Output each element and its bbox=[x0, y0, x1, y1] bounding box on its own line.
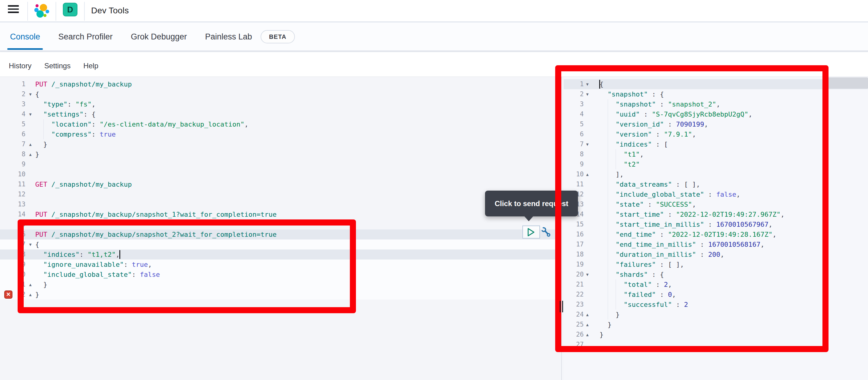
fold-gutter bbox=[584, 290, 599, 299]
code-line[interactable]: 15 bbox=[0, 219, 561, 229]
code-line[interactable]: 9 bbox=[0, 159, 561, 169]
code-line[interactable]: 16 "end_time" : "2022-12-02T19:49:28.167… bbox=[564, 229, 868, 240]
code-line[interactable]: 3 "type": "fs", bbox=[0, 99, 561, 109]
code-line[interactable]: 25▴ } bbox=[564, 320, 868, 329]
app-header: D Dev Tools bbox=[0, 0, 868, 22]
code-line[interactable]: 20▾ "shards" : { bbox=[564, 270, 868, 280]
code-line[interactable]: 19 "ignore_unavailable": true, bbox=[0, 259, 561, 270]
code-line[interactable]: 10 bbox=[0, 169, 561, 179]
code-line[interactable]: 17▾{ bbox=[0, 240, 561, 250]
response-editor[interactable]: 1▾{2▾ "snapshot" : {3 "snapshot" : "snap… bbox=[564, 77, 868, 380]
token-punc: : bbox=[696, 241, 708, 248]
code-line[interactable]: 24▴ } bbox=[564, 310, 868, 320]
error-icon[interactable]: ✕ bbox=[4, 290, 12, 299]
code-line[interactable]: 2▾ "snapshot" : { bbox=[564, 89, 868, 99]
fold-arrow-icon[interactable]: ▾ bbox=[584, 139, 599, 149]
request-editor[interactable]: 1PUT /_snapshot/my_backup2▾{3 "type": "f… bbox=[0, 77, 561, 380]
fold-arrow-icon[interactable]: ▴ bbox=[584, 329, 599, 340]
token-str: "2022-12-02T19:49:27.967Z" bbox=[676, 211, 780, 218]
fold-arrow-icon[interactable]: ▾ bbox=[26, 89, 35, 99]
fold-arrow-icon[interactable]: ▴ bbox=[584, 320, 599, 329]
code-line[interactable]: 9 "t2" bbox=[564, 159, 868, 169]
code-line[interactable]: 19 "failures" : [ ], bbox=[564, 259, 868, 270]
elastic-logo-icon[interactable] bbox=[34, 3, 50, 19]
fold-arrow-icon[interactable]: ▴ bbox=[584, 169, 599, 179]
code-line[interactable]: 23 "successful" : 2 bbox=[564, 299, 868, 310]
code-line[interactable]: 26▴} bbox=[564, 329, 868, 340]
code-line[interactable]: 8 "t1", bbox=[564, 149, 868, 159]
menu-item-settings[interactable]: Settings bbox=[44, 62, 71, 70]
code-line[interactable]: 5 "version_id" : 7090199, bbox=[564, 119, 868, 129]
horizontal-scrollbar-thumb[interactable] bbox=[824, 77, 868, 89]
code-line[interactable]: 6 "version" : "7.9.1", bbox=[564, 129, 868, 139]
code-text: } bbox=[35, 280, 561, 290]
code-line[interactable]: 15 "start_time_in_millis" : 167001056796… bbox=[564, 219, 868, 229]
code-line[interactable]: 13 "state" : "SUCCESS", bbox=[564, 199, 868, 210]
tab-grok-debugger[interactable]: Grok Debugger bbox=[131, 23, 187, 51]
token-punc: } bbox=[599, 321, 612, 328]
code-line[interactable]: 13 bbox=[0, 199, 561, 210]
fold-arrow-icon[interactable]: ▾ bbox=[584, 89, 599, 99]
code-line[interactable]: 14 "start_time" : "2022-12-02T19:49:27.9… bbox=[564, 210, 868, 219]
code-line[interactable]: 1▾{ bbox=[564, 79, 868, 89]
code-line[interactable]: 3 "snapshot" : "snapshot_2", bbox=[564, 99, 868, 109]
code-line[interactable]: 2▾{ bbox=[0, 89, 561, 99]
fold-arrow-icon[interactable]: ▾ bbox=[584, 79, 599, 89]
code-line[interactable]: 22▴}✕ bbox=[0, 290, 561, 299]
fold-arrow-icon[interactable]: ▴ bbox=[584, 310, 599, 320]
code-line[interactable]: 21 "total" : 2, bbox=[564, 280, 868, 290]
fold-arrow-icon[interactable]: ▴ bbox=[26, 280, 35, 290]
code-line[interactable]: 8▴} bbox=[0, 149, 561, 159]
code-line[interactable]: 7▴ } bbox=[0, 139, 561, 149]
panel-splitter[interactable] bbox=[561, 77, 562, 380]
token-key: "failed" bbox=[599, 291, 656, 298]
token-punc: } bbox=[35, 291, 39, 298]
code-line[interactable]: 14PUT /_snapshot/my_backup/snapshot_1?wa… bbox=[0, 210, 561, 219]
code-line[interactable]: 5 "location": "/es-client-data/my_backup… bbox=[0, 119, 561, 129]
code-line[interactable]: 27 bbox=[564, 340, 868, 350]
fold-arrow-icon[interactable]: ▾ bbox=[584, 270, 599, 280]
token-punc: , bbox=[716, 100, 720, 108]
fold-arrow-icon[interactable]: ▴ bbox=[26, 149, 35, 159]
fold-gutter bbox=[26, 259, 35, 270]
tab-search-profiler[interactable]: Search Profiler bbox=[58, 23, 113, 51]
menu-item-history[interactable]: History bbox=[9, 62, 32, 70]
code-line[interactable]: 11GET /_snapshot/my_backup bbox=[0, 179, 561, 189]
line-number: 4 bbox=[564, 109, 584, 119]
code-line[interactable]: 12 "include_global_state" : false, bbox=[564, 189, 868, 199]
code-line[interactable]: 16PUT /_snapshot/my_backup/snapshot_2?wa… bbox=[0, 229, 561, 240]
fold-arrow-icon[interactable]: ▴ bbox=[26, 139, 35, 149]
fold-gutter bbox=[26, 129, 35, 139]
code-line[interactable]: 18 "indices": "t1,t2", bbox=[0, 250, 561, 259]
code-text: } bbox=[35, 290, 561, 299]
hamburger-menu-icon[interactable] bbox=[8, 5, 19, 13]
fold-arrow-icon[interactable]: ▾ bbox=[26, 109, 35, 119]
fold-arrow-icon[interactable]: ▴ bbox=[26, 290, 35, 299]
tab-console[interactable]: Console bbox=[10, 23, 40, 51]
fold-arrow-icon[interactable]: ▾ bbox=[26, 240, 35, 250]
indent-guide bbox=[43, 119, 44, 129]
space-avatar[interactable]: D bbox=[63, 3, 78, 17]
token-punc: , bbox=[668, 281, 672, 288]
code-line[interactable]: 22 "failed" : 0, bbox=[564, 290, 868, 299]
send-request-button[interactable] bbox=[522, 225, 540, 239]
token-punc: , bbox=[704, 121, 708, 128]
code-line[interactable]: 6 "compress": true bbox=[0, 129, 561, 139]
code-line[interactable]: 4 "uuid" : "S-7qvCg8SjyRcb8ebpU2gQ", bbox=[564, 109, 868, 119]
code-line[interactable]: 21▴ } bbox=[0, 280, 561, 290]
code-line[interactable]: 12 bbox=[0, 189, 561, 199]
code-line[interactable]: 4▾ "settings": { bbox=[0, 109, 561, 119]
menu-item-help[interactable]: Help bbox=[83, 62, 98, 70]
code-line[interactable]: 7▾ "indices" : [ bbox=[564, 139, 868, 149]
code-line[interactable]: 1PUT /_snapshot/my_backup bbox=[0, 79, 561, 89]
code-text: "t1", bbox=[599, 149, 868, 159]
code-line[interactable]: 18 "duration_in_millis" : 200, bbox=[564, 250, 868, 259]
code-line[interactable]: 17 "end_time_in_millis" : 1670010568167, bbox=[564, 240, 868, 250]
splitter-grip-icon[interactable] bbox=[560, 301, 563, 312]
code-line[interactable]: 11 "data_streams" : [ ], bbox=[564, 179, 868, 189]
code-line[interactable]: 10▴ ], bbox=[564, 169, 868, 179]
code-line[interactable]: 20 "include_global_state": false bbox=[0, 270, 561, 280]
tab-painless-lab[interactable]: Painless LabBETA bbox=[205, 23, 295, 51]
wrench-icon[interactable] bbox=[540, 226, 551, 239]
code-text: PUT /_snapshot/my_backup/snapshot_2?wait… bbox=[35, 229, 561, 240]
